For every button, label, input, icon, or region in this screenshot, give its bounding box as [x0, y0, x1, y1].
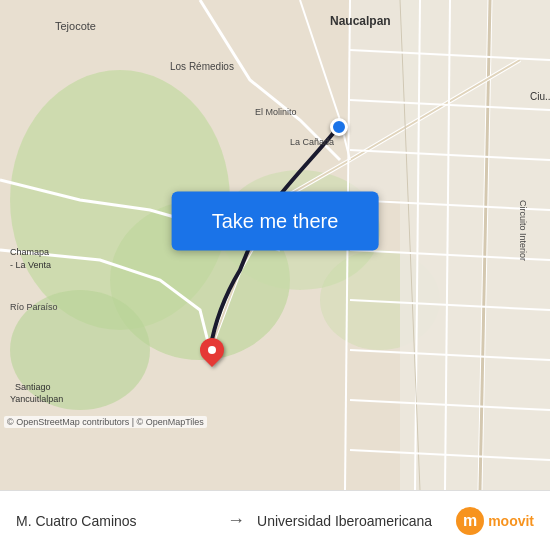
moovit-logo-icon: m [456, 507, 484, 535]
svg-text:Río Paraíso: Río Paraíso [10, 302, 58, 312]
svg-text:El Molinito: El Molinito [255, 107, 297, 117]
svg-text:Chamapa: Chamapa [10, 247, 49, 257]
map-container: Tejocote Naucalpan Los Rémedios El Molin… [0, 0, 550, 490]
moovit-logo-text: moovit [488, 513, 534, 529]
origin-marker [330, 118, 348, 136]
svg-text:- La Venta: - La Venta [10, 260, 51, 270]
map-attribution: © OpenStreetMap contributors | © OpenMap… [4, 416, 207, 428]
moovit-logo: m moovit [456, 507, 534, 535]
svg-text:Ciu...: Ciu... [530, 91, 550, 102]
route-arrow-icon: → [227, 510, 245, 531]
svg-text:Los Rémedios: Los Rémedios [170, 61, 234, 72]
destination-marker [200, 338, 224, 370]
route-to-label: Universidad Iberoamericana [257, 513, 456, 529]
route-from-label: M. Cuatro Caminos [16, 513, 215, 529]
svg-text:La Cañada: La Cañada [290, 137, 334, 147]
svg-text:Yancuitlalpan: Yancuitlalpan [10, 394, 63, 404]
svg-text:Naucalpan: Naucalpan [330, 14, 391, 28]
take-me-there-button[interactable]: Take me there [172, 191, 379, 250]
moovit-logo-letter: m [463, 512, 477, 530]
svg-text:Santiago: Santiago [15, 382, 51, 392]
svg-text:Circuito Interior: Circuito Interior [518, 200, 528, 261]
bottom-bar: M. Cuatro Caminos → Universidad Iberoame… [0, 490, 550, 550]
svg-text:Tejocote: Tejocote [55, 20, 96, 32]
